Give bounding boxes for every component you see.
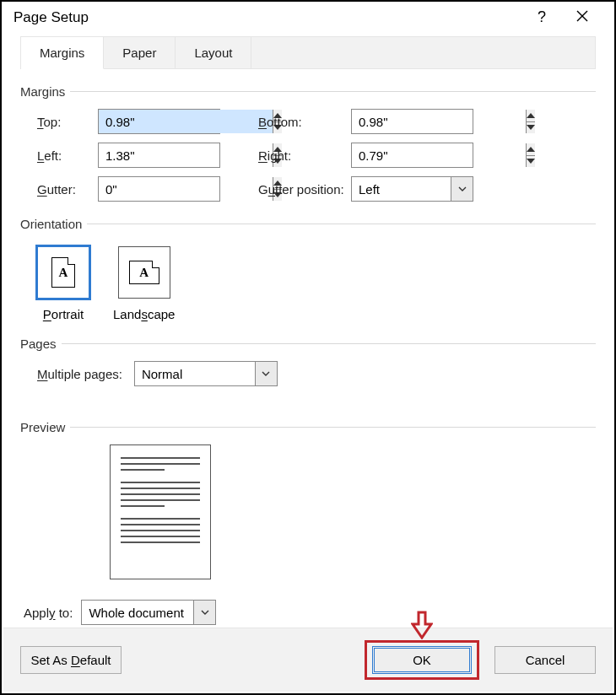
spinner-bottom[interactable] [351,109,473,134]
dialog-footer: Set As Default OK Cancel [3,628,613,692]
chevron-down-icon [451,177,473,201]
label-apply-to: Apply to: [24,606,73,620]
section-margins: Margins Top: Bottom: Left: [20,84,596,202]
orientation-portrait-label: Portrait [43,307,84,321]
label-bottom: Bottom: [258,115,351,129]
section-margins-title: Margins [20,84,65,99]
combo-apply-to[interactable]: Whole document [81,600,216,625]
section-preview-title: Preview [20,420,65,434]
tab-layout[interactable]: Layout [176,37,251,68]
section-pages: Pages Multiple pages: Normal [20,337,596,386]
input-bottom[interactable] [352,110,526,133]
cancel-button[interactable]: Cancel [494,646,596,674]
spinner-right[interactable] [351,143,473,168]
ok-highlight-annotation: OK [365,640,479,680]
combo-multiple-pages[interactable]: Normal [134,361,278,386]
orientation-portrait[interactable]: A Portrait [37,246,89,321]
bottom-up[interactable] [527,110,535,121]
preview-page-icon [110,444,211,579]
tab-paper[interactable]: Paper [104,37,176,68]
help-button[interactable]: ? [521,8,562,26]
label-left: Left: [37,148,98,163]
orientation-landscape-label: Landscape [113,307,175,321]
page-setup-dialog: Page Setup ? Margins Paper Layout Margin… [0,0,616,695]
bottom-down[interactable] [527,121,535,134]
spinner-left[interactable] [98,143,220,168]
section-pages-title: Pages [20,337,57,351]
tabstrip: Margins Paper Layout [20,36,596,69]
orientation-landscape[interactable]: A Landscape [113,246,175,321]
red-arrow-icon [411,611,433,639]
right-up[interactable] [527,143,535,155]
right-down[interactable] [527,155,535,168]
spinner-gutter[interactable] [98,176,220,202]
close-button[interactable] [562,8,602,26]
dialog-title: Page Setup [14,9,521,26]
input-gutter[interactable] [99,177,273,201]
combo-gutter-position[interactable]: Left [351,176,473,202]
set-as-default-button[interactable]: Set As Default [20,646,122,674]
input-right[interactable] [352,143,526,167]
section-preview: Preview [20,420,596,579]
label-top: Top: [37,115,98,129]
spinner-top[interactable] [98,109,220,134]
titlebar: Page Setup ? [2,8,614,31]
dialog-content: Margins Paper Layout Margins Top: Bottom… [2,31,614,625]
multiple-pages-value: Normal [135,362,255,385]
page-landscape-icon: A [129,261,159,284]
section-orientation: Orientation A Portrait A Landscape [20,217,596,321]
chevron-down-icon [193,601,215,624]
close-icon [576,10,588,22]
label-right: Right: [258,148,351,163]
input-top[interactable] [99,110,273,133]
label-multiple-pages: Multiple pages: [37,367,122,381]
page-portrait-icon: A [51,257,75,288]
apply-to-row: Apply to: Whole document [20,600,596,625]
ok-button[interactable]: OK [372,646,472,674]
label-gutter-position: Gutter position: [258,182,351,197]
chevron-down-icon [255,362,277,385]
input-left[interactable] [99,143,273,167]
label-gutter: Gutter: [37,182,98,197]
tab-margins[interactable]: Margins [21,37,104,69]
apply-to-value: Whole document [82,601,193,624]
gutter-position-value: Left [352,177,451,201]
section-orientation-title: Orientation [20,217,82,231]
